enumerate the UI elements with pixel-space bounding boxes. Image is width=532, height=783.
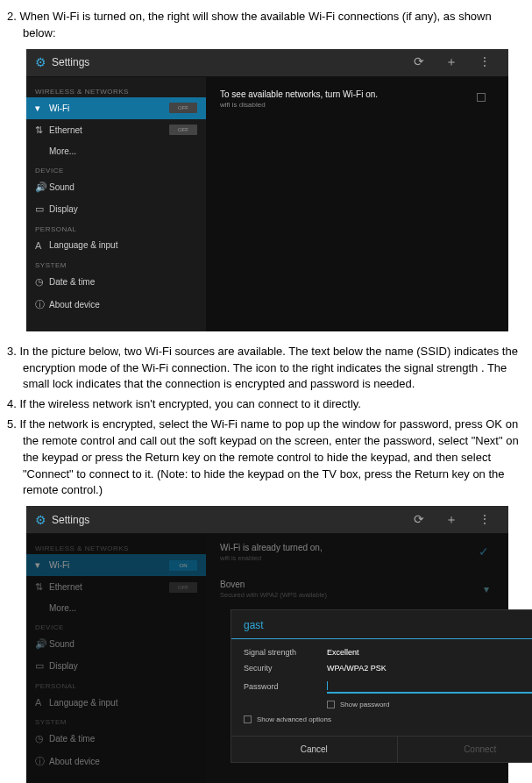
step-3-text: 3. In the picture below, two Wi-Fi sourc… bbox=[23, 344, 525, 394]
category-personal: PERSONAL bbox=[26, 677, 206, 692]
header-title: Settings bbox=[52, 56, 414, 68]
wifi-off-sub: wifi is disabled bbox=[220, 101, 494, 109]
signal-icon: ▾ bbox=[484, 583, 489, 595]
language-label: Language & input bbox=[49, 240, 197, 250]
display-icon: ▭ bbox=[35, 660, 49, 672]
ethernet-toggle[interactable]: OFF bbox=[169, 125, 197, 135]
ethernet-label: Ethernet bbox=[49, 125, 169, 135]
wifi-icon: ▾ bbox=[35, 103, 49, 114]
signal-strength-value: Excellent bbox=[327, 648, 532, 657]
sidebar-item-wifi[interactable]: ▾ Wi-Fi ON bbox=[26, 554, 206, 576]
more-label: More... bbox=[49, 146, 197, 156]
network-ssid: Boven bbox=[220, 580, 494, 589]
password-input[interactable] bbox=[327, 680, 532, 694]
sidebar-item-about[interactable]: ⓘ About device bbox=[26, 293, 206, 317]
password-label: Password bbox=[244, 682, 327, 691]
sidebar-item-language[interactable]: A Language & input bbox=[26, 235, 206, 256]
wifi-connect-dialog: gast Signal strength Excellent Security … bbox=[231, 609, 532, 763]
wifi-off-message: To see available networks, turn Wi-Fi on… bbox=[206, 77, 508, 121]
sound-label: Sound bbox=[49, 182, 197, 192]
android-header: ⚙ Settings ⟳ ＋ ⋮ bbox=[26, 506, 508, 534]
category-wireless: WIRELESS & NETWORKS bbox=[26, 82, 206, 97]
info-icon: ⓘ bbox=[35, 755, 49, 768]
wifi-toggle[interactable]: ON bbox=[169, 560, 197, 571]
connect-button[interactable]: Connect bbox=[398, 737, 533, 762]
dialog-title: gast bbox=[231, 610, 532, 639]
about-label: About device bbox=[49, 757, 197, 766]
settings-sidebar: WIRELESS & NETWORKS ▾ Wi-Fi ON ⇅ Etherne… bbox=[26, 534, 206, 783]
wifi-on-title: Wi-Fi is already turned on, bbox=[220, 543, 494, 552]
settings-icon: ⚙ bbox=[35, 513, 46, 527]
category-system: SYSTEM bbox=[26, 713, 206, 728]
datetime-label: Date & time bbox=[49, 734, 197, 744]
category-system: SYSTEM bbox=[26, 256, 206, 271]
header-action-icons[interactable]: ⟳ ＋ ⋮ bbox=[414, 54, 500, 70]
checkbox-icon bbox=[244, 715, 252, 723]
show-advanced-label: Show advanced options bbox=[257, 715, 331, 723]
ethernet-toggle[interactable]: OFF bbox=[169, 582, 197, 593]
header-title: Settings bbox=[52, 514, 414, 526]
language-icon: A bbox=[35, 697, 49, 708]
display-label: Display bbox=[49, 661, 197, 671]
sidebar-item-display[interactable]: ▭ Display bbox=[26, 655, 206, 677]
settings-sidebar: WIRELESS & NETWORKS ▾ Wi-Fi OFF ⇅ Ethern… bbox=[26, 77, 206, 331]
category-device: DEVICE bbox=[26, 618, 206, 633]
settings-detail-pane: Wi-Fi is already turned on, wifi is enab… bbox=[206, 534, 508, 783]
clock-icon: ◷ bbox=[35, 276, 49, 288]
wifi-network-item[interactable]: Boven Secured with WPA2 (WPS available) … bbox=[206, 571, 508, 608]
wifi-off-title: To see available networks, turn Wi-Fi on… bbox=[220, 89, 494, 99]
info-icon: ⓘ bbox=[35, 298, 49, 311]
display-icon: ▭ bbox=[35, 203, 49, 215]
sidebar-item-sound[interactable]: 🔊 Sound bbox=[26, 633, 206, 655]
sidebar-item-about[interactable]: ⓘ About device bbox=[26, 750, 206, 773]
sidebar-item-ethernet[interactable]: ⇅ Ethernet OFF bbox=[26, 576, 206, 598]
cancel-button[interactable]: Cancel bbox=[231, 737, 398, 762]
wifi-on-sub: wifi is enabled bbox=[220, 554, 494, 562]
screenshot-settings-wifi-off: ⚙ Settings ⟳ ＋ ⋮ WIRELESS & NETWORKS ▾ W… bbox=[26, 49, 508, 331]
ethernet-label: Ethernet bbox=[49, 582, 169, 592]
checkbox-icon bbox=[327, 701, 335, 708]
sidebar-item-sound[interactable]: 🔊 Sound bbox=[26, 176, 206, 198]
language-label: Language & input bbox=[49, 698, 197, 708]
sidebar-item-wifi[interactable]: ▾ Wi-Fi OFF bbox=[26, 97, 206, 119]
sound-icon: 🔊 bbox=[35, 638, 49, 650]
checkbox-placeholder[interactable] bbox=[477, 93, 486, 102]
about-label: About device bbox=[49, 300, 197, 310]
more-label: More... bbox=[49, 603, 197, 613]
ethernet-icon: ⇅ bbox=[35, 125, 49, 136]
screenshot-settings-wifi-dialog: ⚙ Settings ⟳ ＋ ⋮ WIRELESS & NETWORKS ▾ W… bbox=[26, 506, 508, 783]
datetime-label: Date & time bbox=[49, 277, 197, 287]
sidebar-item-datetime[interactable]: ◷ Date & time bbox=[26, 271, 206, 293]
show-advanced-option[interactable]: Show advanced options bbox=[244, 715, 532, 723]
clock-icon: ◷ bbox=[35, 733, 49, 744]
sound-label: Sound bbox=[49, 639, 197, 649]
check-icon: ✓ bbox=[479, 545, 489, 559]
sidebar-item-more[interactable]: More... bbox=[26, 598, 206, 618]
settings-detail-pane: To see available networks, turn Wi-Fi on… bbox=[206, 77, 508, 331]
display-label: Display bbox=[49, 204, 197, 214]
security-label: Security bbox=[244, 664, 327, 673]
category-personal: PERSONAL bbox=[26, 220, 206, 235]
language-icon: A bbox=[35, 240, 49, 251]
step-5-text: 5. If the network is encrypted, select t… bbox=[23, 416, 525, 499]
show-password-label: Show password bbox=[340, 701, 389, 708]
sidebar-item-datetime[interactable]: ◷ Date & time bbox=[26, 728, 206, 750]
wifi-label: Wi-Fi bbox=[49, 103, 169, 113]
sidebar-item-ethernet[interactable]: ⇅ Ethernet OFF bbox=[26, 119, 206, 141]
security-value: WPA/WPA2 PSK bbox=[327, 664, 532, 673]
wifi-toggle[interactable]: OFF bbox=[169, 103, 197, 113]
signal-strength-label: Signal strength bbox=[244, 648, 327, 657]
sound-icon: 🔊 bbox=[35, 182, 49, 193]
step-2-text: 2. When Wi-Fi is turned on, the right wi… bbox=[23, 9, 525, 42]
show-password-option[interactable]: Show password bbox=[327, 701, 532, 708]
header-action-icons[interactable]: ⟳ ＋ ⋮ bbox=[414, 512, 500, 528]
wifi-label: Wi-Fi bbox=[49, 560, 169, 570]
settings-icon: ⚙ bbox=[35, 55, 46, 69]
wifi-icon: ▾ bbox=[35, 559, 49, 571]
wifi-status-item: Wi-Fi is already turned on, wifi is enab… bbox=[206, 534, 508, 571]
network-security-sub: Secured with WPA2 (WPS available) bbox=[220, 591, 494, 599]
sidebar-item-more[interactable]: More... bbox=[26, 141, 206, 161]
category-wireless: WIRELESS & NETWORKS bbox=[26, 539, 206, 554]
sidebar-item-display[interactable]: ▭ Display bbox=[26, 198, 206, 220]
sidebar-item-language[interactable]: A Language & input bbox=[26, 692, 206, 713]
